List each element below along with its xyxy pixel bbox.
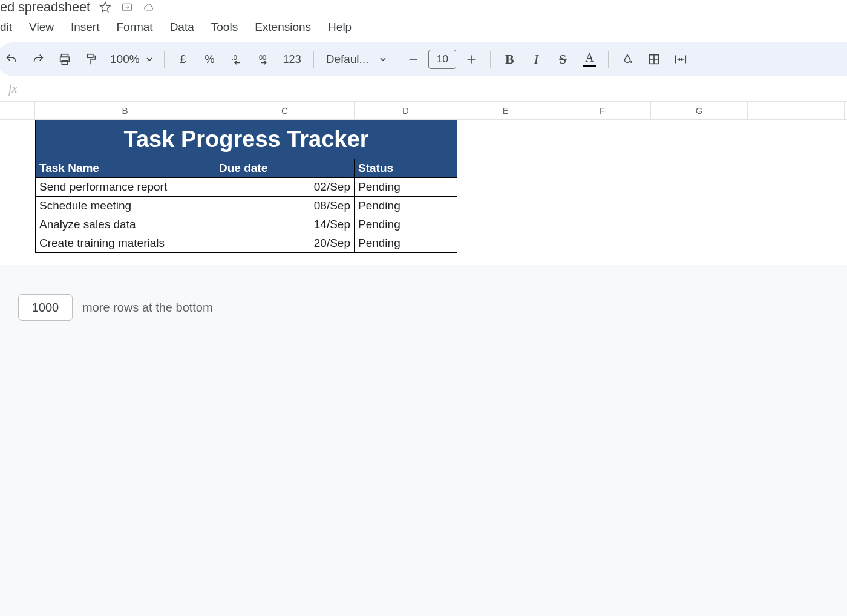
cell-task[interactable]: Schedule meeting bbox=[35, 197, 215, 215]
column-header-b[interactable]: B bbox=[35, 102, 215, 119]
svg-rect-3 bbox=[62, 61, 67, 64]
increase-font-size-button[interactable] bbox=[460, 48, 483, 70]
sheet-grid[interactable]: Task Progress Tracker Task Name Due date… bbox=[0, 120, 847, 265]
tracker-table: Task Progress Tracker Task Name Due date… bbox=[35, 120, 457, 253]
fx-label: fx bbox=[8, 82, 17, 96]
cell-due[interactable]: 20/Sep bbox=[215, 234, 355, 253]
undo-button[interactable] bbox=[0, 48, 23, 70]
decrease-font-size-button[interactable] bbox=[402, 48, 425, 70]
svg-text:.0: .0 bbox=[231, 54, 237, 61]
star-icon[interactable] bbox=[99, 1, 112, 14]
cell-task[interactable]: Analyze sales data bbox=[35, 215, 215, 234]
bold-button[interactable]: B bbox=[498, 48, 521, 70]
toolbar-divider bbox=[394, 51, 394, 68]
cell-due[interactable]: 02/Sep bbox=[215, 178, 355, 197]
svg-text:.00: .00 bbox=[257, 54, 266, 61]
toolbar-divider bbox=[164, 51, 165, 68]
toolbar-divider bbox=[490, 51, 491, 68]
cell-task[interactable]: Send performance report bbox=[35, 178, 215, 197]
select-all-corner[interactable] bbox=[0, 102, 35, 119]
chevron-down-icon bbox=[146, 53, 153, 66]
zoom-value: 100% bbox=[110, 53, 140, 66]
column-header-f[interactable]: F bbox=[554, 102, 651, 119]
menu-view[interactable]: View bbox=[29, 21, 54, 34]
menu-data[interactable]: Data bbox=[170, 21, 194, 34]
cell-status[interactable]: Pending bbox=[355, 234, 457, 253]
fill-color-button[interactable] bbox=[616, 48, 639, 70]
font-size-input[interactable]: 10 bbox=[428, 50, 456, 69]
menu-tools[interactable]: Tools bbox=[211, 21, 238, 34]
cell-due[interactable]: 08/Sep bbox=[215, 197, 355, 215]
add-rows-label: more rows at the bottom bbox=[82, 301, 213, 315]
cloud-status-icon[interactable] bbox=[142, 1, 155, 14]
column-header-e[interactable]: E bbox=[457, 102, 554, 119]
table-row[interactable]: Create training materials 20/Sep Pending bbox=[35, 234, 457, 253]
table-row[interactable]: Send performance report 02/Sep Pending bbox=[35, 178, 457, 197]
tracker-title[interactable]: Task Progress Tracker bbox=[35, 120, 457, 159]
more-formats-button[interactable]: 123 bbox=[278, 48, 306, 70]
toolbar: 100% £ % .0 .00 123 Defaul... 10 B I S A bbox=[0, 42, 847, 76]
tracker-header-due[interactable]: Due date bbox=[215, 159, 355, 178]
menu-edit[interactable]: dit bbox=[0, 21, 12, 34]
column-header-g[interactable]: G bbox=[651, 102, 748, 119]
table-row[interactable]: Analyze sales data 14/Sep Pending bbox=[35, 215, 457, 234]
text-color-button[interactable]: A bbox=[578, 48, 601, 70]
cell-status[interactable]: Pending bbox=[355, 215, 457, 234]
menu-extensions[interactable]: Extensions bbox=[255, 21, 311, 34]
borders-button[interactable] bbox=[643, 48, 666, 70]
zoom-dropdown[interactable]: 100% bbox=[106, 53, 157, 66]
svg-rect-4 bbox=[88, 54, 93, 58]
italic-button[interactable]: I bbox=[525, 48, 548, 70]
chevron-down-icon bbox=[379, 53, 387, 66]
currency-format-button[interactable]: £ bbox=[172, 48, 195, 70]
strikethrough-button[interactable]: S bbox=[551, 48, 574, 70]
cell-due[interactable]: 14/Sep bbox=[215, 215, 355, 234]
decrease-decimal-button[interactable]: .0 bbox=[225, 48, 248, 70]
svg-point-7 bbox=[630, 61, 632, 63]
tracker-header-task[interactable]: Task Name bbox=[35, 159, 215, 178]
add-rows-control: more rows at the bottom bbox=[0, 265, 847, 321]
toolbar-divider bbox=[313, 51, 314, 68]
column-header-extra[interactable] bbox=[748, 102, 845, 119]
print-button[interactable] bbox=[53, 48, 76, 70]
menu-format[interactable]: Format bbox=[116, 21, 152, 34]
menu-bar: dit View Insert Format Data Tools Extens… bbox=[0, 17, 847, 42]
move-to-folder-icon[interactable] bbox=[120, 1, 134, 14]
cell-status[interactable]: Pending bbox=[355, 178, 457, 197]
column-headers: B C D E F G bbox=[0, 102, 847, 120]
formula-bar[interactable]: fx bbox=[0, 76, 847, 102]
font-name-value: Defaul... bbox=[321, 53, 374, 66]
menu-help[interactable]: Help bbox=[328, 21, 352, 34]
document-title[interactable]: ed spreadsheet bbox=[0, 0, 90, 15]
table-row[interactable]: Schedule meeting 08/Sep Pending bbox=[35, 197, 457, 215]
tracker-header-status[interactable]: Status bbox=[355, 159, 457, 178]
merge-cells-button[interactable] bbox=[669, 48, 692, 70]
menu-insert[interactable]: Insert bbox=[71, 21, 100, 34]
redo-button[interactable] bbox=[27, 48, 50, 70]
cell-status[interactable]: Pending bbox=[355, 197, 457, 215]
column-header-d[interactable]: D bbox=[355, 102, 457, 119]
add-rows-input[interactable] bbox=[18, 294, 73, 321]
toolbar-divider bbox=[608, 51, 609, 68]
paint-format-button[interactable] bbox=[80, 48, 103, 70]
font-family-dropdown[interactable]: Defaul... bbox=[321, 53, 387, 66]
increase-decimal-button[interactable]: .00 bbox=[252, 48, 275, 70]
percent-format-button[interactable]: % bbox=[198, 48, 221, 70]
cell-task[interactable]: Create training materials bbox=[35, 234, 215, 253]
column-header-c[interactable]: C bbox=[215, 102, 355, 119]
